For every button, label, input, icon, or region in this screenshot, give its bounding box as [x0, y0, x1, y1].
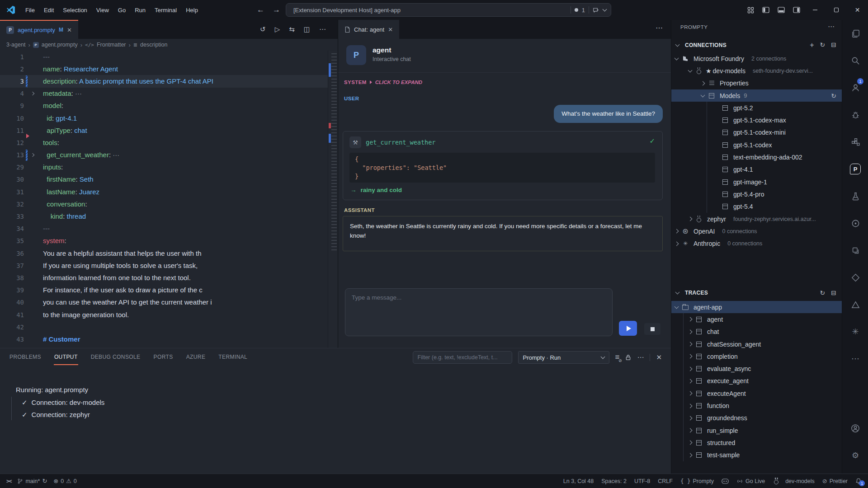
split-editor-icon[interactable]: ◫ — [304, 25, 310, 33]
collapse-all-icon[interactable] — [831, 41, 836, 49]
indentation[interactable]: Spaces: 2 — [601, 478, 627, 484]
breadcrumb-folder[interactable]: 3-agent — [6, 42, 25, 48]
collapse-all-icon[interactable] — [831, 289, 836, 296]
run-icon[interactable]: ▷ — [275, 25, 280, 33]
files-icon[interactable] — [842, 20, 868, 47]
menu-item[interactable]: Help — [181, 5, 203, 15]
add-connection-icon[interactable] — [810, 41, 814, 49]
gem-icon[interactable] — [842, 264, 868, 291]
code-line[interactable]: 10 id: gpt-4.1 — [0, 112, 328, 124]
code-line[interactable]: 12 tools: — [0, 136, 328, 149]
tree-row[interactable]: text-embedding-ada-002 — [671, 151, 842, 163]
minimize-button[interactable] — [804, 0, 826, 20]
code-line[interactable]: 40 you can use the weather API to get th… — [0, 296, 328, 309]
panel-tab[interactable]: PORTS — [153, 350, 174, 365]
language-mode[interactable]: { } Prompty — [680, 478, 714, 484]
connections-section-header[interactable]: CONNECTIONS — [671, 40, 842, 51]
output-channel-select[interactable]: Prompty · Run — [518, 351, 609, 364]
triangle-icon[interactable] — [842, 291, 868, 318]
code-line[interactable]: 13 get_current_weather: ··· — [0, 149, 328, 161]
more-actions-icon[interactable]: ⋯ — [637, 353, 644, 361]
search-icon[interactable] — [842, 47, 868, 74]
encoding[interactable]: UTF-8 — [634, 478, 650, 484]
settings-gear-icon[interactable]: ⚙ — [842, 442, 868, 469]
menu-item[interactable]: Edit — [39, 5, 58, 15]
tree-row[interactable]: agent — [671, 313, 842, 325]
tree-row[interactable]: gpt-4.1 — [671, 164, 842, 176]
tree-row[interactable]: structured — [671, 436, 842, 449]
extensions-icon[interactable] — [842, 128, 868, 155]
code-line[interactable]: 32 conversation: — [0, 198, 328, 210]
github-icon[interactable] — [842, 210, 868, 237]
account-icon[interactable] — [842, 415, 868, 442]
fold-chevron-icon[interactable] — [31, 153, 34, 156]
more-views-icon[interactable]: ⋯ — [842, 345, 868, 372]
notifications-bell[interactable]: 1 — [855, 478, 862, 484]
tree-row[interactable]: ★ dev-models seth-foundry-dev.servi... — [671, 65, 842, 77]
breadcrumb-symbol[interactable]: description — [140, 42, 167, 48]
row-refresh-icon[interactable]: ↻ — [831, 92, 836, 99]
close-window-button[interactable]: ✕ — [847, 0, 868, 20]
menu-item[interactable]: View — [92, 5, 113, 15]
refresh-icon[interactable] — [820, 289, 826, 296]
history-icon[interactable]: ↺ — [260, 25, 266, 33]
close-panel-icon[interactable]: ✕ — [656, 353, 662, 361]
apps-grid-icon[interactable] — [743, 0, 758, 20]
tab-agent-prompty[interactable]: P agent.prompty M — [0, 20, 78, 39]
prettier-item[interactable]: ⊘ Prettier — [822, 478, 848, 484]
sync-icon[interactable]: ↻ — [42, 478, 47, 484]
code-line[interactable]: 42 — [0, 321, 328, 333]
more-actions-icon[interactable]: ⋯ — [319, 25, 326, 33]
code-line[interactable]: 36 You are a helpful assistant that help… — [0, 247, 328, 259]
breadcrumb-section[interactable]: Frontmatter — [97, 42, 126, 48]
menu-item[interactable]: File — [21, 5, 39, 15]
remote-indicator[interactable]: >< — [6, 478, 11, 484]
chat-message-input[interactable] — [345, 288, 613, 336]
cursor-position[interactable]: Ln 3, Col 48 — [563, 478, 594, 484]
code-line[interactable]: 38 information learned from one tool to … — [0, 272, 328, 284]
more-actions-icon[interactable]: ⋯ — [828, 23, 835, 31]
compare-changes-icon[interactable]: ⇆ — [289, 25, 295, 33]
prompty-view-icon[interactable]: P — [842, 155, 868, 183]
copilot-chat-icon[interactable] — [593, 7, 599, 14]
tree-row[interactable]: groundedness — [671, 412, 842, 424]
problems-item[interactable]: ⊗0 ⚠0 — [53, 478, 76, 484]
tree-row[interactable]: gpt-image-1 — [671, 176, 842, 188]
lock-scroll-icon[interactable] — [625, 354, 631, 361]
traces-section-header[interactable]: TRACES — [671, 287, 842, 298]
tree-row[interactable]: function — [671, 399, 842, 412]
bug-icon[interactable] — [842, 101, 868, 128]
code-line[interactable]: 3 description: A basic prompt that uses … — [0, 75, 328, 87]
tree-row[interactable]: completion — [671, 350, 842, 362]
close-tab-icon[interactable] — [388, 26, 393, 33]
copilot-asterisk-icon[interactable]: ✳ — [842, 318, 868, 345]
code-line[interactable]: 43 # Customer — [0, 333, 328, 345]
menu-item[interactable]: Selection — [58, 5, 91, 15]
copilot-status-icon[interactable] — [722, 479, 729, 484]
layout-panel-icon[interactable] — [774, 0, 789, 20]
git-branch-item[interactable]: main* ↻ — [17, 478, 47, 484]
code-line[interactable]: 31 lastName: Juarez — [0, 186, 328, 198]
send-button[interactable] — [619, 321, 637, 336]
tree-row[interactable]: Properties — [671, 77, 842, 89]
tree-row[interactable]: gpt-5.1-codex-mini — [671, 127, 842, 139]
code-line[interactable]: 4 metadata: ··· — [0, 88, 328, 100]
tree-row[interactable]: gpt-5.2 — [671, 102, 842, 114]
tree-row[interactable]: execute_agent — [671, 375, 842, 387]
stop-button[interactable] — [644, 323, 660, 335]
tree-row[interactable]: chatSession_agent — [671, 338, 842, 350]
tree-row[interactable]: run_simple — [671, 424, 842, 436]
tree-row[interactable]: Anthropic 0 connections — [671, 237, 842, 249]
code-line[interactable]: 11 apiType: chat — [0, 124, 328, 136]
command-center[interactable]: [Extension Development Host] agent-app 1 — [286, 3, 611, 17]
go-live-item[interactable]: Go Live — [736, 478, 765, 484]
tree-row[interactable]: executeAgent — [671, 387, 842, 399]
refresh-icon[interactable] — [820, 41, 826, 49]
fold-chevron-icon[interactable] — [31, 91, 34, 95]
code-line[interactable]: 41 to the image generation tool. — [0, 309, 328, 321]
tree-row[interactable]: gpt-5.1-codex — [671, 139, 842, 151]
layout-sidebar-left-icon[interactable] — [758, 0, 774, 20]
tree-row[interactable]: evaluate_async — [671, 362, 842, 375]
code-line[interactable]: 2 name: Researcher Agent — [0, 63, 328, 75]
code-line[interactable]: 33 kind: thread — [0, 210, 328, 222]
